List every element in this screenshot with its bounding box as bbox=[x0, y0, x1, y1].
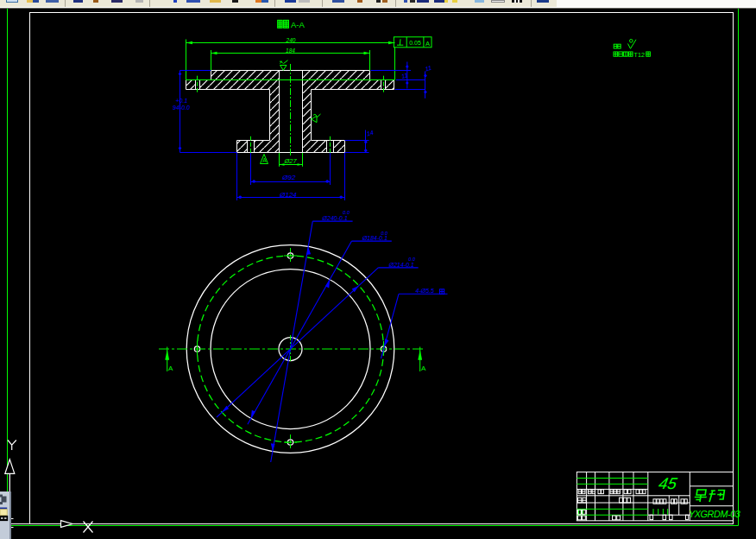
svg-text:0.0: 0.0 bbox=[381, 231, 388, 236]
svg-text:A-A: A-A bbox=[291, 20, 306, 29]
svg-text:14: 14 bbox=[366, 130, 374, 137]
svg-text:0.05: 0.05 bbox=[409, 40, 421, 46]
svg-text:11: 11 bbox=[425, 65, 432, 73]
svg-text:94-0.0: 94-0.0 bbox=[173, 105, 190, 111]
svg-text:Ø92: Ø92 bbox=[281, 174, 296, 181]
svg-text:YXGRDM-03: YXGRDM-03 bbox=[689, 509, 740, 519]
svg-text:Ø214-0.1: Ø214-0.1 bbox=[388, 262, 414, 268]
svg-text:A: A bbox=[421, 365, 426, 372]
svg-text:0.0: 0.0 bbox=[408, 257, 416, 262]
svg-text:+0.1: +0.1 bbox=[176, 98, 188, 104]
svg-text:A: A bbox=[168, 365, 173, 372]
svg-text:Ø184-0.1: Ø184-0.1 bbox=[362, 235, 387, 241]
svg-text:240: 240 bbox=[286, 37, 296, 43]
svg-text:45: 45 bbox=[658, 474, 680, 492]
svg-text:A: A bbox=[425, 40, 430, 48]
svg-text:Ø124: Ø124 bbox=[279, 191, 297, 199]
svg-text:Ø27: Ø27 bbox=[283, 157, 297, 165]
svg-text:0.0: 0.0 bbox=[343, 210, 350, 215]
svg-text:T12: T12 bbox=[634, 51, 645, 59]
svg-text:Ø240-0.1: Ø240-0.1 bbox=[322, 215, 348, 221]
svg-text:184: 184 bbox=[286, 48, 295, 54]
svg-text:4-Ø5.5: 4-Ø5.5 bbox=[416, 288, 435, 294]
